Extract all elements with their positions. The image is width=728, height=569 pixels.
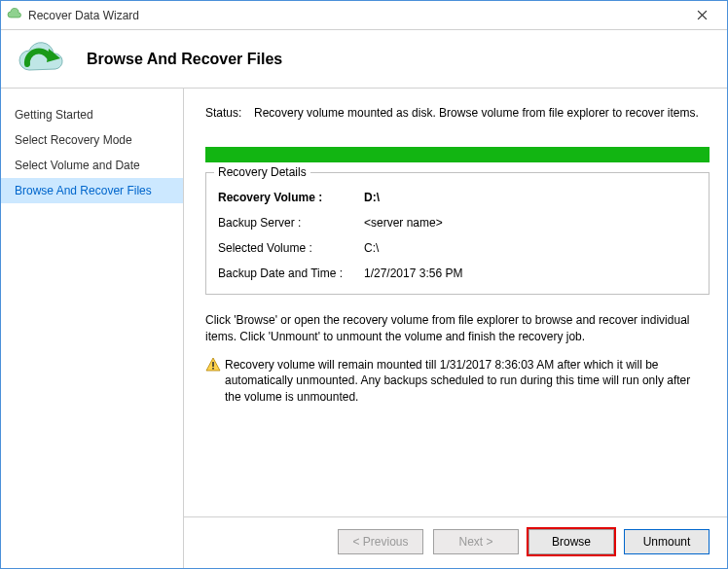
selected-volume-row: Selected Volume : C:\ (218, 235, 697, 261)
recovery-details-group: Recovery Details Recovery Volume : D:\ B… (205, 172, 710, 295)
backup-server-row: Backup Server : <server name> (218, 210, 697, 235)
sidebar-item-select-recovery-mode[interactable]: Select Recovery Mode (1, 127, 183, 153)
backup-datetime-label: Backup Date and Time : (218, 267, 364, 280)
titlebar: Recover Data Wizard (1, 1, 727, 30)
instructions-text: Click 'Browse' or open the recovery volu… (205, 312, 710, 345)
previous-button: < Previous (338, 529, 423, 554)
recovery-volume-label: Recovery Volume : (218, 191, 364, 204)
recovery-volume-row: Recovery Volume : D:\ (218, 185, 697, 210)
warning-text: Recovery volume will remain mounted till… (225, 357, 710, 406)
close-button[interactable] (682, 2, 721, 29)
app-icon (7, 8, 22, 23)
window-title: Recover Data Wizard (28, 9, 682, 22)
browse-button[interactable]: Browse (528, 529, 614, 554)
backup-datetime-row: Backup Date and Time : 1/27/2017 3:56 PM (218, 261, 697, 286)
next-button: Next > (433, 529, 519, 554)
warning-icon (205, 357, 225, 406)
svg-rect-4 (212, 362, 214, 367)
svg-rect-5 (212, 368, 214, 370)
cloud-recover-icon (13, 40, 71, 79)
page-title: Browse And Recover Files (87, 51, 282, 68)
button-bar: < Previous Next > Browse Unmount (184, 516, 727, 554)
main-panel: Status: Recovery volume mounted as disk.… (184, 89, 727, 568)
status-row: Status: Recovery volume mounted as disk.… (205, 106, 710, 120)
sidebar-item-select-volume-date[interactable]: Select Volume and Date (1, 153, 183, 178)
recovery-details-legend: Recovery Details (214, 165, 310, 179)
selected-volume-value: C:\ (364, 241, 379, 255)
header: Browse And Recover Files (1, 30, 727, 89)
unmount-button[interactable]: Unmount (624, 529, 710, 554)
body: Getting Started Select Recovery Mode Sel… (1, 89, 727, 568)
close-icon (697, 10, 708, 20)
status-label: Status: (205, 106, 254, 120)
backup-server-value: <server name> (364, 216, 443, 230)
backup-server-label: Backup Server : (218, 216, 364, 230)
sidebar-item-getting-started[interactable]: Getting Started (1, 102, 183, 127)
warning-row: Recovery volume will remain mounted till… (205, 357, 710, 406)
recovery-volume-value: D:\ (364, 191, 380, 204)
sidebar: Getting Started Select Recovery Mode Sel… (1, 89, 184, 568)
sidebar-item-browse-recover[interactable]: Browse And Recover Files (1, 178, 183, 203)
wizard-window: Recover Data Wizard Browse And Recover F… (0, 0, 728, 569)
status-value: Recovery volume mounted as disk. Browse … (254, 106, 710, 120)
selected-volume-label: Selected Volume : (218, 241, 364, 255)
backup-datetime-value: 1/27/2017 3:56 PM (364, 267, 462, 280)
progress-bar (205, 147, 710, 162)
